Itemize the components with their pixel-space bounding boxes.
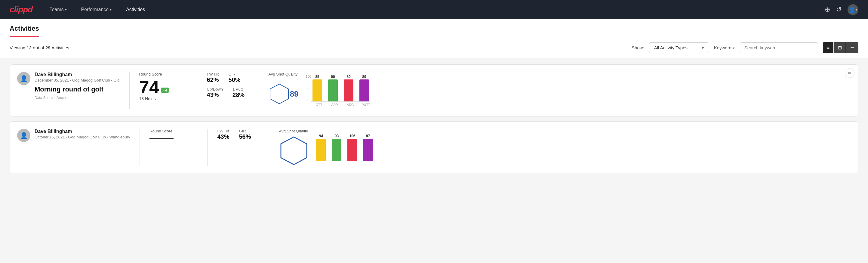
gir-stat: GIR 50%: [228, 72, 241, 83]
svg-marker-0: [270, 84, 288, 104]
bar-col: 90: [328, 75, 338, 102]
bar-rect-2: [316, 139, 326, 161]
card-left-2: 👤 Dave Billingham October 16, 2021 · Gog…: [17, 129, 130, 142]
bar-col-2: 94: [316, 134, 326, 161]
activity-card-2: 👤 Dave Billingham October 16, 2021 · Gog…: [10, 121, 858, 173]
stats-row-bottom: Up/Down 43% 1 Putt 28%: [207, 87, 249, 98]
bar-value: 89: [362, 75, 366, 79]
score-dash: [150, 138, 174, 139]
shot-quality-section-1: Avg Shot Quality 89 100: [269, 72, 851, 109]
activity-card-1: ✏ 👤 Dave Billingham December 05, 2021 · …: [10, 64, 858, 116]
performance-chevron-icon: ▾: [110, 7, 112, 12]
fw-hit-label-2: FW Hit: [217, 129, 229, 133]
bar-rect-2: [347, 139, 357, 161]
grid-view-button[interactable]: ⊞: [834, 42, 846, 53]
score-label-2: Round Score: [150, 129, 197, 133]
gir-value-2: 56%: [239, 133, 251, 140]
avatar-chevron-icon: ▾: [856, 7, 857, 12]
hex-number-1: 89: [290, 89, 299, 99]
fw-hit-value: 62%: [207, 77, 219, 83]
search-input[interactable]: [740, 42, 818, 53]
stats-section-1: FW Hit 62% GIR 50% Up/Down 43% 1 Putt 28…: [207, 72, 249, 102]
card-left-1: 👤 Dave Billingham December 05, 2021 · Go…: [17, 72, 120, 100]
edit-button-1[interactable]: ✏: [845, 68, 855, 78]
bar-col: 85: [312, 75, 322, 102]
nav-performance[interactable]: Performance ▾: [79, 0, 114, 19]
bar-x-label: ARG: [346, 103, 355, 107]
bar-value: 85: [315, 75, 319, 79]
avatar-icon: 👤: [849, 6, 856, 13]
player-info-1: Dave Billingham December 05, 2021 · Gog …: [35, 72, 120, 100]
y-label-100: 100: [306, 75, 311, 78]
content: ✏ 👤 Dave Billingham December 05, 2021 · …: [0, 58, 868, 179]
fw-hit-label: FW Hit: [207, 72, 219, 77]
bar-col-2: 106: [347, 134, 357, 161]
updown-stat: Up/Down 43%: [207, 87, 223, 98]
list-view-button[interactable]: ≡: [823, 42, 833, 53]
bars-container-2: 949310687: [316, 134, 373, 161]
divider-card2-3: [269, 129, 269, 166]
updown-label: Up/Down: [207, 87, 223, 91]
fw-hit-stat: FW Hit 62%: [207, 72, 219, 83]
bar-x-label: APP: [330, 103, 340, 107]
player-avatar-icon-1: 👤: [20, 75, 28, 82]
bar-x-label: OTT: [314, 103, 324, 107]
navbar: clippd Teams ▾ Performance ▾ Activities …: [0, 0, 868, 19]
bar-value-2: 94: [319, 134, 323, 138]
player-date-1: December 05, 2021 · Gog Magog Golf Club …: [35, 78, 120, 83]
nav-activities[interactable]: Activities: [124, 0, 147, 19]
hex-container-2: [279, 136, 309, 166]
bar-chart-container-1: 100 50 0 85908989 OTTAPPARGPUTT: [306, 75, 371, 107]
player-name-1: Dave Billingham: [35, 72, 120, 77]
bar-rect-2: [332, 139, 341, 161]
viewing-text: Viewing 12 out of 29 Activities: [10, 45, 627, 50]
gir-value: 50%: [228, 77, 241, 83]
divider-card2-2: [207, 129, 208, 166]
gir-stat-2: GIR 56%: [239, 129, 251, 140]
keywords-label: Keywords:: [714, 45, 735, 50]
add-activity-button[interactable]: ⊕: [825, 6, 830, 13]
score-badge-1: +4: [161, 88, 169, 93]
avg-shot-quality-header: Avg Shot Quality 89: [269, 72, 299, 109]
bar-col: 89: [344, 75, 353, 102]
bar-value: 90: [331, 75, 335, 79]
gir-label-2: GIR: [239, 129, 251, 133]
bar-value-2: 87: [366, 134, 370, 138]
bar-value-2: 93: [335, 134, 339, 138]
score-label-1: Round Score: [139, 72, 187, 77]
score-number-1: 74: [139, 78, 159, 96]
oneputt-value: 28%: [232, 91, 245, 98]
nav-teams[interactable]: Teams ▾: [47, 0, 69, 19]
logo[interactable]: clippd: [10, 5, 32, 14]
fw-hit-stat-2: FW Hit 43%: [217, 129, 229, 140]
divider-1: [129, 72, 130, 109]
updown-value: 43%: [207, 91, 223, 98]
show-label: Show:: [631, 45, 644, 50]
stats-section-2: FW Hit 43% GIR 56%: [217, 129, 259, 144]
divider-card2-1: [140, 129, 140, 166]
svg-marker-1: [281, 137, 307, 165]
bar-value-2: 106: [349, 134, 355, 138]
viewing-total: 29: [45, 45, 51, 50]
shot-quality-section-2: Avg Shot Quality 949310687: [279, 129, 851, 166]
avatar[interactable]: 👤 ▾: [847, 4, 858, 15]
bar-rect-2: [363, 139, 373, 161]
player-avatar-icon-2: 👤: [20, 132, 28, 139]
y-label-0: 0: [306, 98, 311, 102]
bar-col-2: 93: [332, 134, 341, 161]
refresh-button[interactable]: ↺: [836, 6, 841, 13]
avg-shot-quality-label-2: Avg Shot Quality: [279, 129, 309, 133]
score-section-1: Round Score 74 +4 18 Holes: [139, 72, 187, 102]
compact-view-button[interactable]: ☰: [846, 42, 858, 53]
bar-col: 89: [360, 75, 369, 102]
player-info-2: Dave Billingham October 16, 2021 · Gog M…: [35, 129, 130, 139]
bar-chart-1: 100 50 0 85908989: [306, 75, 371, 102]
bar-rect: [360, 80, 369, 102]
activity-type-dropdown[interactable]: All Activity Types ▾: [649, 42, 709, 53]
bar-x-label: PUTT: [361, 103, 371, 107]
oneputt-label: 1 Putt: [232, 87, 245, 91]
teams-chevron-icon: ▾: [65, 7, 67, 12]
avg-shot-quality-header-2: Avg Shot Quality: [279, 129, 309, 166]
bars-container-1: 85908989: [312, 75, 369, 102]
nav-icons: ⊕ ↺ 👤 ▾: [825, 4, 858, 15]
